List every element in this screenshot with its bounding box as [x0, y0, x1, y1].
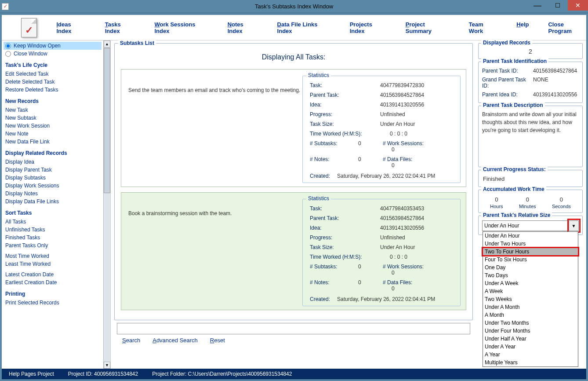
link-print-selected-records[interactable]: Print Selected Records: [4, 299, 102, 307]
size-option[interactable]: Two To Four Hours: [483, 248, 578, 256]
radio-keep-window-open[interactable]: KKeep Window Openeep Window Open: [4, 42, 102, 50]
size-option[interactable]: A Week: [483, 287, 578, 295]
task-card[interactable]: Send the team members an email and track…: [121, 69, 466, 187]
size-option[interactable]: Under Half A Year: [483, 335, 578, 343]
task-description: Book a brainstorming session with the te…: [127, 199, 302, 306]
link-new-subtask[interactable]: New Subtask: [4, 114, 102, 122]
link-new-task[interactable]: New Task: [4, 106, 102, 114]
link-display-data-file-links[interactable]: Display Data File Links: [4, 198, 102, 205]
current-progress-panel: Current Progress Status: Finished: [478, 170, 583, 187]
link-parent-tasks-only[interactable]: Parent Tasks Only: [4, 242, 102, 249]
size-option[interactable]: A Year: [483, 351, 578, 359]
size-option[interactable]: Two Weeks: [483, 295, 578, 303]
subtasks-list-legend: Subtasks List: [118, 40, 156, 46]
link-new-note[interactable]: New Note: [4, 130, 102, 138]
grand-parent-task-id-value: NONE: [533, 77, 548, 89]
link-display-parent-task[interactable]: Display Parent Task: [4, 166, 102, 174]
awt-seconds: 0: [552, 196, 571, 203]
size-option[interactable]: Four To Six Hours: [483, 256, 578, 264]
menu-projects-index[interactable]: Projects Index: [350, 21, 386, 34]
menu-work-sessions-index[interactable]: Work Sessions Index: [155, 21, 208, 34]
size-option[interactable]: Under A Year: [483, 343, 578, 351]
link-reset[interactable]: Reset: [210, 337, 225, 344]
app-icon: [21, 18, 37, 37]
parent-task-id-label: Parent Task ID:: [482, 68, 533, 74]
status-help-project: Help Pages Project: [9, 371, 54, 377]
link-advanced-search[interactable]: Advanced Search: [152, 337, 198, 344]
size-option[interactable]: Multiple Years: [483, 359, 578, 366]
link-least-time-worked[interactable]: Least Time Worked: [4, 260, 102, 268]
size-option[interactable]: Under A Week: [483, 279, 578, 287]
displayed-records-panel: Displayed Records 2: [478, 43, 583, 59]
minimize-button[interactable]: —: [527, 0, 548, 11]
menu-notes-index[interactable]: Notes Index: [228, 21, 258, 34]
awt-hours-label: Hours: [490, 204, 503, 209]
subtasks-list-panel: Subtasks List Displaying All Tasks: Send…: [114, 43, 473, 320]
group-task-life-cycle: Task's Life Cycle: [5, 62, 100, 68]
size-option[interactable]: One Day: [483, 264, 578, 271]
link-display-work-sessions[interactable]: Display Work Sessions: [4, 182, 102, 190]
group-sort-tasks: Sort Tasks: [5, 210, 100, 216]
size-option[interactable]: A Month: [483, 311, 578, 319]
close-button[interactable]: ✕: [568, 0, 588, 11]
size-selected-value: Under An Hour: [483, 223, 569, 229]
display-heading: Displaying All Tasks:: [118, 53, 469, 61]
stats-legend: Statistics: [306, 195, 331, 201]
awt-minutes: 0: [519, 196, 536, 203]
link-unfinished-tasks[interactable]: Unfinished Tasks: [4, 226, 102, 234]
main-toolbar: Ideas Index Tasks Index Work Sessions In…: [2, 15, 586, 40]
scroll-up-icon[interactable]: ▲: [104, 40, 110, 48]
menu-close-program[interactable]: Close Program: [548, 21, 586, 34]
chevron-down-icon[interactable]: ▼: [569, 221, 578, 231]
highlight-annotation: [482, 247, 579, 256]
link-display-subtasks[interactable]: Display Subtasks: [4, 174, 102, 182]
parent-task-id-panel: Parent Task Identification Parent Task I…: [478, 62, 583, 103]
size-option[interactable]: Under Four Months: [483, 327, 578, 335]
size-option[interactable]: Two Days: [483, 271, 578, 279]
link-finished-tasks[interactable]: Finished Tasks: [4, 234, 102, 242]
menu-help[interactable]: Help: [516, 21, 529, 34]
link-search[interactable]: Search: [122, 337, 140, 344]
link-edit-selected-task[interactable]: Edit Selected Task: [4, 70, 102, 78]
window-title: Task's Subtasks Index Window: [255, 3, 333, 10]
scroll-thumb[interactable]: [104, 48, 110, 193]
task-card[interactable]: Book a brainstorming session with the te…: [121, 192, 466, 310]
link-earliest-creation-date[interactable]: Earliest Creation Date: [4, 278, 102, 286]
size-dropdown-list[interactable]: Under An HourUnder Two HoursTwo To Four …: [483, 231, 578, 367]
link-most-time-worked[interactable]: Most Time Worked: [4, 252, 102, 260]
menu-ideas-index[interactable]: Ideas Index: [56, 21, 85, 34]
link-all-tasks[interactable]: All Tasks: [4, 218, 102, 226]
group-new-records: New Records: [5, 98, 100, 104]
menu-project-summary[interactable]: Project Summary: [406, 21, 450, 34]
link-delete-selected-task[interactable]: Delete Selected Task: [4, 78, 102, 86]
menu-tasks-index[interactable]: Tasks Index: [105, 21, 135, 34]
link-latest-creation-date[interactable]: Latest Creation Date: [4, 271, 102, 278]
radio-close-window[interactable]: Close Window: [4, 50, 102, 58]
size-option[interactable]: Under An Hour: [483, 232, 578, 240]
size-combobox[interactable]: Under An Hour ▼ Under An HourUnder Two H…: [482, 220, 579, 231]
awt-seconds-label: Seconds: [552, 204, 571, 209]
link-restore-deleted-tasks[interactable]: Restore Deleted Tasks: [4, 86, 102, 94]
cps-value: Finished: [482, 175, 579, 183]
parent-task-id-value: 401563984527864: [533, 68, 577, 74]
parent-idea-id-value: 401391413020556: [533, 92, 577, 98]
sidebar-scrollbar[interactable]: ▲ ▼: [103, 40, 110, 369]
link-new-data-file-link[interactable]: New Data File Link: [4, 138, 102, 146]
scroll-down-icon[interactable]: ▼: [104, 362, 110, 369]
link-display-notes[interactable]: Display Notes: [4, 190, 102, 198]
link-display-idea[interactable]: Display Idea: [4, 158, 102, 166]
parent-idea-id-label: Parent Idea ID:: [482, 92, 533, 98]
stats-legend: Statistics: [306, 72, 331, 78]
search-input[interactable]: [117, 323, 470, 334]
status-project-folder: Project Folder: C:\Users\Darren\Projects…: [152, 371, 292, 377]
task-description: Send the team members an email and track…: [127, 76, 302, 183]
size-option[interactable]: Under A Month: [483, 303, 578, 311]
menu-team-work[interactable]: Team Work: [469, 21, 497, 34]
menu-data-file-links-index[interactable]: Data File Links Index: [277, 21, 330, 34]
link-new-work-session[interactable]: New Work Session: [4, 122, 102, 130]
parent-desc-text: Brainstorm and write down all your initi…: [482, 110, 579, 154]
size-option[interactable]: Under Two Months: [483, 319, 578, 327]
size-option[interactable]: Under Two Hours: [483, 240, 578, 248]
maximize-button[interactable]: [548, 0, 568, 11]
awt-minutes-label: Minutes: [519, 204, 536, 209]
